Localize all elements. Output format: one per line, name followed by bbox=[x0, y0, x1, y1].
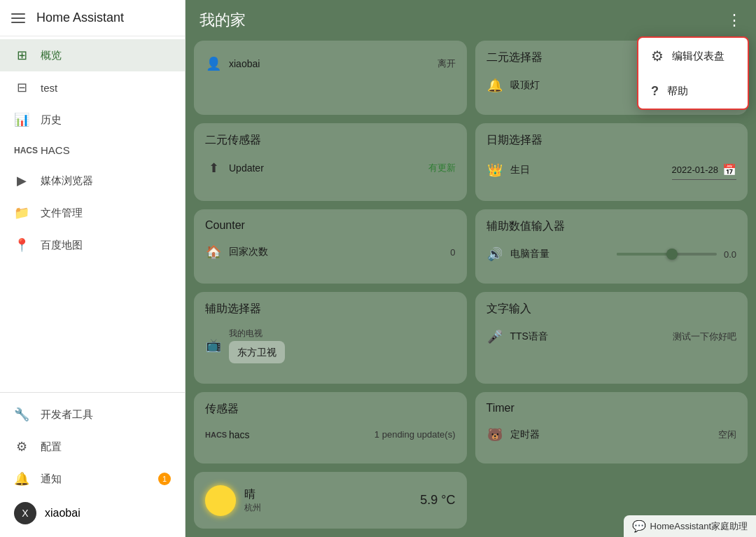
binary-sensor-card: 二元传感器 ⬆ Updater 有更新 bbox=[194, 123, 467, 202]
sidebar-item-label: 媒体浏览器 bbox=[41, 174, 93, 188]
card-title: Counter bbox=[205, 219, 456, 232]
edit-dashboard-item[interactable]: ⚙ 编辑仪表盘 bbox=[638, 38, 748, 74]
sidebar-item-test[interactable]: ⊟ test bbox=[0, 71, 185, 104]
person-card: 👤 xiaobai 离开 bbox=[194, 41, 467, 115]
sidebar-item-map[interactable]: 📍 百度地图 bbox=[0, 229, 185, 261]
config-icon: ⚙ bbox=[14, 439, 29, 454]
card-title: Timer bbox=[486, 402, 737, 414]
notification-label: 通知 bbox=[41, 473, 62, 486]
sidebar-item-label: 概览 bbox=[41, 49, 62, 62]
notification-icon: 🔔 bbox=[14, 471, 29, 487]
sidebar-user[interactable]: X xiaobai bbox=[0, 495, 185, 531]
date-input[interactable]: 2022-01-28 📅 bbox=[672, 160, 737, 180]
help-item[interactable]: ? 帮助 bbox=[638, 74, 748, 109]
sidebar-bottom: 🔧 开发者工具 ⚙ 配置 🔔 通知 1 X xiaobai bbox=[0, 392, 185, 537]
sidebar-item-label: 文件管理 bbox=[41, 207, 83, 220]
username-label: xiaobai bbox=[45, 507, 80, 519]
slider-row: 🔊 电脑音量 0.0 bbox=[486, 241, 737, 267]
birthday-icon: 👑 bbox=[486, 162, 503, 178]
sidebar-item-config[interactable]: ⚙ 配置 bbox=[0, 431, 185, 463]
sidebar-item-label: 百度地图 bbox=[41, 239, 83, 252]
sidebar-header: Home Assistant bbox=[0, 0, 185, 36]
birthday-label: 生日 bbox=[510, 164, 665, 176]
timer-card: Timer 🐻 定时器 空闲 bbox=[475, 392, 748, 464]
weather-info: 晴 杭州 bbox=[244, 487, 261, 514]
person-icon: 👤 bbox=[205, 56, 222, 71]
sidebar-item-label: test bbox=[41, 82, 57, 94]
sidebar-item-notifications[interactable]: 🔔 通知 1 bbox=[0, 463, 185, 495]
counter-value: 0 bbox=[450, 247, 455, 258]
updater-label: Updater bbox=[229, 162, 421, 174]
input-select-card: 辅助选择器 📺 我的电视 东方卫视 bbox=[194, 292, 467, 384]
sensor-icon: HACS bbox=[205, 431, 222, 439]
sidebar-nav: ⊞ 概览 ⊟ test 📊 历史 HACS HACS ▶ 媒体浏览器 📁 文件管… bbox=[0, 36, 185, 392]
volume-icon: 🔊 bbox=[486, 246, 503, 262]
card-title: 辅助选择器 bbox=[205, 302, 456, 316]
card-row: 👑 生日 2022-01-28 📅 bbox=[486, 155, 737, 186]
main-content: 我的家 ⋮ ⚙ 编辑仪表盘 ? 帮助 👤 xiaobai 离开 二元选择器 🔔 bbox=[186, 0, 756, 537]
user-avatar: X bbox=[14, 502, 36, 524]
calendar-icon: 📅 bbox=[722, 163, 736, 176]
card-title: 传感器 bbox=[205, 402, 456, 417]
wechat-icon: 💬 bbox=[632, 519, 646, 533]
more-options-button[interactable]: ⋮ bbox=[727, 11, 742, 29]
slider-fill bbox=[617, 253, 671, 256]
dev-icon: 🔧 bbox=[14, 407, 29, 422]
volume-label: 电脑音量 bbox=[510, 248, 610, 260]
page-title: 我的家 bbox=[200, 10, 246, 31]
update-value: 有更新 bbox=[428, 162, 456, 174]
files-icon: 📁 bbox=[14, 205, 29, 221]
sensor-value: 1 pending update(s) bbox=[374, 429, 456, 440]
map-icon: 📍 bbox=[14, 237, 29, 253]
sensor-label: hacs bbox=[229, 429, 368, 440]
volume-value: 0.0 bbox=[724, 249, 736, 260]
volume-slider[interactable] bbox=[617, 253, 717, 256]
weather-temp: 5.9 °C bbox=[420, 493, 455, 508]
card-title: 辅助数值输入器 bbox=[486, 219, 737, 234]
gear-icon: ⚙ bbox=[651, 48, 664, 64]
select-container: 我的电视 东方卫视 bbox=[229, 328, 456, 363]
select-wrapper: 📺 我的电视 东方卫视 bbox=[205, 323, 456, 368]
hacs-icon: HACS bbox=[14, 146, 29, 155]
media-icon: ▶ bbox=[14, 173, 29, 188]
tv-icon: 📺 bbox=[205, 337, 222, 353]
sidebar-item-dev[interactable]: 🔧 开发者工具 bbox=[0, 398, 185, 431]
card-row: HACS hacs 1 pending update(s) bbox=[205, 424, 456, 446]
help-label: 帮助 bbox=[667, 85, 688, 98]
card-row: 👤 xiaobai 离开 bbox=[205, 50, 456, 77]
light-icon: 🔔 bbox=[486, 78, 503, 93]
tv-channel-select[interactable]: 东方卫视 bbox=[229, 341, 285, 363]
dropdown-menu: ⚙ 编辑仪表盘 ? 帮助 bbox=[637, 36, 749, 110]
tts-value: 测试一下你好吧 bbox=[673, 330, 736, 343]
card-row: 🐻 定时器 空闲 bbox=[486, 421, 737, 448]
sidebar-item-media[interactable]: ▶ 媒体浏览器 bbox=[0, 165, 185, 197]
tts-label: TTS语音 bbox=[510, 330, 666, 343]
number-input-card: 辅助数值输入器 🔊 电脑音量 0.0 bbox=[475, 209, 748, 284]
card-title: 日期选择器 bbox=[486, 133, 737, 148]
main-header: 我的家 ⋮ bbox=[186, 0, 756, 41]
slider-thumb bbox=[666, 249, 678, 260]
sidebar-item-label: 历史 bbox=[41, 113, 62, 127]
sidebar: Home Assistant ⊞ 概览 ⊟ test 📊 历史 HACS HAC… bbox=[0, 0, 186, 537]
card-title: 二元传感器 bbox=[205, 133, 456, 148]
timer-icon: 🐻 bbox=[486, 427, 503, 442]
app-title: Home Assistant bbox=[36, 11, 124, 25]
counter-card: Counter 🏠 回家次数 0 bbox=[194, 209, 467, 284]
weather-condition: 晴 bbox=[244, 487, 261, 502]
cards-grid: 👤 xiaobai 离开 二元选择器 🔔 吸顶灯 二元传感器 ⬆ Updater bbox=[186, 41, 756, 537]
sidebar-item-hacs[interactable]: HACS HACS bbox=[0, 136, 185, 165]
text-input-card: 文字输入 🎤 TTS语音 测试一下你好吧 bbox=[475, 292, 748, 384]
home-icon: 🏠 bbox=[205, 244, 222, 260]
hamburger-menu-icon[interactable] bbox=[11, 13, 25, 23]
update-icon: ⬆ bbox=[205, 160, 222, 176]
help-icon: ? bbox=[651, 84, 659, 99]
sidebar-item-history[interactable]: 📊 历史 bbox=[0, 104, 185, 136]
history-icon: 📊 bbox=[14, 112, 29, 127]
weather-location: 杭州 bbox=[244, 502, 261, 514]
sidebar-item-overview[interactable]: ⊞ 概览 bbox=[0, 39, 185, 71]
card-row: 🎤 TTS语音 测试一下你好吧 bbox=[486, 323, 737, 350]
weather-card: 晴 杭州 5.9 °C bbox=[194, 472, 467, 529]
date-value: 2022-01-28 bbox=[672, 165, 719, 175]
notification-badge: 1 bbox=[158, 473, 171, 485]
sidebar-item-files[interactable]: 📁 文件管理 bbox=[0, 197, 185, 229]
